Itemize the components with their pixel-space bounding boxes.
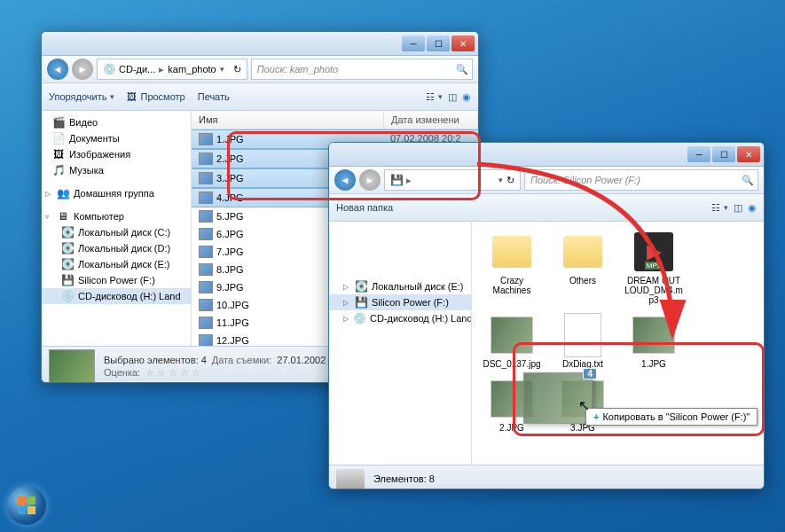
image-file-icon <box>199 228 213 240</box>
crumb-dropdown[interactable]: ▾ <box>220 65 224 74</box>
preview-thumbnail <box>49 349 95 383</box>
tree-drive-item[interactable]: ▷💽Локальный диск (E:) <box>329 278 471 294</box>
tree-label: CD-дисковод (H:) Land <box>78 291 181 301</box>
drive-icon: 💽 <box>61 242 74 254</box>
minimize-button[interactable]: ─ <box>402 35 425 51</box>
tree-library-item[interactable]: 🎵Музыка <box>42 162 191 178</box>
tree-library-item[interactable]: 🎬Видео <box>42 114 191 130</box>
drag-preview: 4 <box>523 372 593 424</box>
file-item[interactable]: DxDiag.txt <box>552 314 614 369</box>
file-item[interactable]: 1.JPG <box>623 314 685 369</box>
preview-pane-toggle[interactable]: ◫ <box>734 202 742 214</box>
back-button[interactable]: ◄ <box>47 59 68 80</box>
search-placeholder: Поиск: kam_photo <box>257 64 338 74</box>
image-file-icon <box>199 172 213 184</box>
forward-button[interactable]: ► <box>359 169 381 191</box>
drag-count-badge: 4 <box>583 368 597 379</box>
tree-drive-item[interactable]: ▷💾Silicon Power (F:) <box>329 294 471 310</box>
tree-drive-item[interactable]: 💽Локальный диск (D:) <box>42 240 191 256</box>
image-file-icon <box>199 317 213 329</box>
refresh-icon[interactable]: ↻ <box>506 175 514 186</box>
nav-tree[interactable]: ▷💽Локальный диск (E:)▷💾Silicon Power (F:… <box>329 222 472 465</box>
close-button[interactable]: ✕ <box>737 146 760 162</box>
toolbar: Упорядочить ▾ 🖼 Просмотр Печать ☷ ▾ ◫ ◉ <box>42 83 478 111</box>
close-button[interactable]: ✕ <box>451 35 475 51</box>
crumb-dropdown[interactable]: ▾ <box>498 176 503 184</box>
nav-tree[interactable]: 🎬Видео📄Документы🖼Изображения🎵Музыка▷👥Дом… <box>42 111 192 346</box>
chevron-right-icon[interactable]: ▸ <box>406 175 412 186</box>
minimize-button[interactable]: ─ <box>687 146 710 162</box>
help-button[interactable]: ◉ <box>462 91 471 103</box>
col-name[interactable]: Имя <box>192 111 384 129</box>
forward-button[interactable]: ► <box>72 59 93 80</box>
organize-menu[interactable]: Упорядочить ▾ <box>49 91 114 102</box>
file-item[interactable]: ▶MP3DREAM OUT LOUD_DM4.mp3 <box>623 231 685 305</box>
tree-drive-item[interactable]: 💿CD-дисковод (H:) Land <box>42 288 191 304</box>
cd-icon: 💿 <box>103 63 115 75</box>
selection-count: Выбрано элементов: 4 <box>104 355 207 365</box>
file-item[interactable]: Others <box>552 231 614 305</box>
tree-computer[interactable]: ▿🖥Компьютер <box>42 208 191 224</box>
lib-icon: 🎵 <box>52 164 65 176</box>
icon-view[interactable]: Crazy MachinesOthers▶MP3DREAM OUT LOUD_D… <box>472 222 764 465</box>
file-item[interactable]: Crazy Machines <box>481 231 543 305</box>
tree-drive-item[interactable]: 💽Локальный диск (E:) <box>42 256 191 272</box>
view-menu[interactable]: ☷ ▾ <box>711 202 728 214</box>
help-button[interactable]: ◉ <box>748 202 757 214</box>
tree-label: Компьютер <box>74 211 124 222</box>
crumb-part[interactable]: kam_photo <box>168 64 216 74</box>
file-label: Crazy Machines <box>481 276 543 295</box>
back-button[interactable]: ◄ <box>334 169 356 191</box>
chevron-right-icon[interactable]: ▸ <box>159 64 164 75</box>
search-icon: 🔍 <box>456 64 468 75</box>
tree-drive-item[interactable]: 💽Локальный диск (C:) <box>42 224 191 240</box>
status-bar: Элементов: 8 <box>329 465 764 489</box>
tree-drive-item[interactable]: 💾Silicon Power (F:) <box>42 272 191 288</box>
folder-icon <box>563 236 602 268</box>
titlebar[interactable]: ─ ☐ ✕ <box>42 32 478 56</box>
image-file-icon <box>199 263 213 276</box>
tree-label: Музыка <box>69 165 104 176</box>
maximize-button[interactable]: ☐ <box>427 35 450 51</box>
col-date[interactable]: Дата изменени <box>384 111 478 129</box>
list-header[interactable]: Имя Дата изменени <box>192 111 478 129</box>
crumb-part[interactable]: CD-ди... <box>119 64 155 74</box>
date-taken-label: Дата съемки: <box>212 355 271 365</box>
item-count: Элементов: 8 <box>373 473 435 484</box>
file-item[interactable]: DSC_0137.jpg <box>481 314 543 369</box>
image-file-icon <box>199 334 213 346</box>
view-menu[interactable]: ☷ ▾ <box>426 91 443 103</box>
tree-library-item[interactable]: 📄Документы <box>42 130 191 146</box>
tree-label: CD-дисковод (H:) Land <box>370 313 472 324</box>
maximize-button[interactable]: ☐ <box>712 146 735 162</box>
tree-label: Локальный диск (C:) <box>78 227 170 238</box>
file-name: 3.JPG <box>216 173 244 184</box>
new-folder-button[interactable]: Новая папка <box>336 202 393 213</box>
preview-pane-toggle[interactable]: ◫ <box>448 91 457 103</box>
image-file-icon <box>199 281 213 293</box>
image-file-icon <box>199 210 213 223</box>
svg-rect-0 <box>18 497 26 505</box>
folder-icon <box>492 236 531 268</box>
file-name: 4.JPG <box>216 192 244 203</box>
rating-stars[interactable]: ☆ ☆ ☆ ☆ ☆ <box>145 367 200 379</box>
file-label: 1.JPG <box>641 359 666 369</box>
preview-button[interactable]: 🖼 Просмотр <box>127 91 184 102</box>
titlebar[interactable]: ─ ☐ ✕ <box>329 143 764 167</box>
tree-homegroup[interactable]: ▷👥Домашняя группа <box>42 185 191 201</box>
search-input[interactable]: Поиск: kam_photo 🔍 <box>251 59 473 80</box>
breadcrumb[interactable]: 💿 CD-ди... ▸ kam_photo ▾ ↻ <box>97 59 247 80</box>
start-button[interactable] <box>7 486 46 525</box>
search-input[interactable]: Поиск: Silicon Power (F:) 🔍 <box>524 169 758 191</box>
drive-icon <box>336 469 365 489</box>
nav-bar: ◄ ► 💿 CD-ди... ▸ kam_photo ▾ ↻ Поиск: ka… <box>42 56 478 83</box>
tree-drive-item[interactable]: ▷💿CD-дисковод (H:) Land <box>329 310 471 326</box>
image-file-icon <box>199 299 213 311</box>
breadcrumb[interactable]: 💾 ▸ ▾ ↻ <box>384 169 521 191</box>
drive-icon: 💿 <box>353 312 365 325</box>
print-button[interactable]: Печать <box>198 91 230 102</box>
drive-icon: 💽 <box>355 280 367 293</box>
tree-library-item[interactable]: 🖼Изображения <box>42 146 191 162</box>
refresh-icon[interactable]: ↻ <box>233 64 241 75</box>
lib-icon: 🖼 <box>52 148 65 160</box>
